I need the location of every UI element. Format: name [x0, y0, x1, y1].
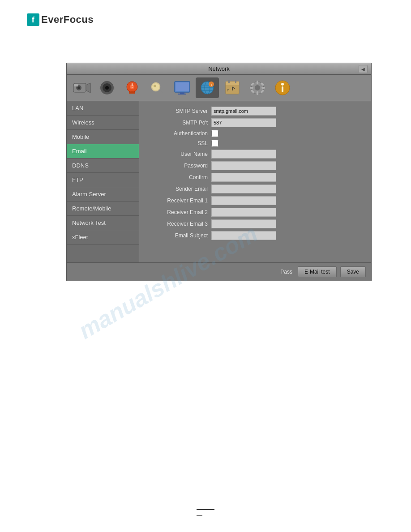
email-subject-label: Email Subject: [146, 232, 211, 239]
svg-rect-40: [257, 91, 258, 95]
svg-rect-33: [235, 80, 236, 83]
smtp-port-input[interactable]: [211, 118, 276, 127]
dialog-title: Network: [208, 65, 230, 72]
ssl-label: SSL: [146, 140, 211, 146]
svg-rect-42: [261, 87, 265, 89]
smtp-port-label: SMTP Po't: [146, 120, 211, 126]
sidebar-item-xfleet[interactable]: xFleet: [67, 230, 139, 245]
sidebar-item-remote-mobile[interactable]: Remote/Mobile: [67, 202, 139, 216]
info-toolbar-icon[interactable]: [271, 77, 294, 98]
authentication-label: Authentication: [146, 130, 211, 137]
email-subject-input[interactable]: [211, 231, 276, 240]
svg-rect-4: [74, 84, 78, 86]
sender-email-row: Sender Email: [146, 184, 364, 193]
ssl-checkbox[interactable]: [211, 140, 218, 147]
confirm-input[interactable]: [211, 173, 276, 182]
smtp-port-row: SMTP Po't: [146, 118, 364, 127]
svg-point-17: [154, 85, 156, 87]
password-row: Password: [146, 161, 364, 170]
receiver-email1-row: Receiver Email 1: [146, 196, 364, 205]
main-panel: SMTP Server SMTP Po't Authentication SSL…: [139, 101, 371, 262]
page-number-text: —: [197, 512, 202, 519]
page-number-line: [197, 509, 214, 510]
receiver-email1-label: Receiver Email 1: [146, 197, 211, 204]
dialog-title-bar: Network ◀: [67, 63, 371, 75]
display-toolbar-icon[interactable]: [171, 77, 194, 98]
password-label: Password: [146, 163, 211, 169]
svg-rect-31: [226, 82, 239, 85]
receiver-email2-row: Receiver Email 2: [146, 208, 364, 217]
receiver-email2-input[interactable]: [211, 208, 276, 217]
password-input[interactable]: [211, 161, 276, 170]
sidebar: LAN Wireless Mobile Email DDNS FTP Alarm…: [67, 101, 139, 262]
smtp-server-row: SMTP Server: [146, 107, 364, 116]
bottom-bar: Pass E-Mail test Save: [67, 262, 371, 281]
svg-point-38: [255, 85, 260, 90]
smtp-server-label: SMTP Server: [146, 108, 211, 114]
sidebar-item-lan[interactable]: LAN: [67, 101, 139, 116]
search-toolbar-icon[interactable]: [146, 77, 169, 98]
save-button[interactable]: Save: [340, 266, 366, 277]
logo-icon: f: [27, 13, 39, 26]
confirm-label: Confirm: [146, 174, 211, 180]
svg-point-3: [77, 86, 80, 89]
email-test-button[interactable]: E-Mail test: [298, 266, 337, 277]
svg-marker-1: [86, 83, 90, 93]
sender-email-input[interactable]: [211, 184, 276, 193]
username-row: User Name: [146, 150, 364, 159]
svg-rect-11: [129, 92, 135, 94]
network-dialog: Network ◀: [66, 63, 372, 281]
sidebar-item-wireless[interactable]: Wireless: [67, 116, 139, 130]
svg-rect-41: [250, 87, 253, 89]
sidebar-item-ddns[interactable]: DDNS: [67, 159, 139, 173]
sidebar-item-network-test[interactable]: Network Test: [67, 216, 139, 230]
username-label: User Name: [146, 151, 211, 157]
confirm-row: Confirm: [146, 173, 364, 182]
page-number: —: [197, 509, 214, 519]
authentication-row: Authentication: [146, 130, 364, 137]
sidebar-item-ftp[interactable]: FTP: [67, 173, 139, 187]
svg-rect-14: [132, 87, 133, 88]
receiver-email3-row: Receiver Email 3: [146, 219, 364, 228]
network-toolbar-icon[interactable]: 7: [196, 77, 219, 98]
svg-line-18: [159, 90, 164, 95]
svg-rect-20: [176, 82, 189, 91]
svg-rect-49: [282, 86, 283, 92]
schedule-toolbar-icon[interactable]: 7: [221, 77, 244, 98]
svg-point-48: [281, 83, 284, 86]
logo-text: EverFocus: [41, 14, 94, 26]
receiver-email2-label: Receiver Email 2: [146, 209, 211, 215]
username-input[interactable]: [211, 150, 276, 159]
svg-rect-39: [257, 81, 258, 84]
svg-text:7: 7: [227, 89, 229, 92]
ssl-row: SSL: [146, 140, 364, 147]
back-button[interactable]: ◀: [359, 65, 368, 73]
svg-rect-13: [132, 83, 133, 86]
settings-toolbar-icon[interactable]: [246, 77, 269, 98]
sidebar-item-alarm-server[interactable]: Alarm Server: [67, 187, 139, 202]
camera-toolbar-icon[interactable]: [70, 77, 94, 98]
pass-label: Pass: [280, 269, 292, 275]
sidebar-item-mobile[interactable]: Mobile: [67, 130, 139, 144]
svg-point-7: [105, 86, 109, 90]
smtp-server-input[interactable]: [211, 107, 276, 116]
svg-rect-32: [228, 80, 230, 83]
email-subject-row: Email Subject: [146, 231, 364, 240]
receiver-email3-label: Receiver Email 3: [146, 221, 211, 227]
svg-rect-22: [178, 94, 186, 94]
icon-toolbar: 7 7: [67, 75, 371, 101]
content-area: LAN Wireless Mobile Email DDNS FTP Alarm…: [67, 101, 371, 262]
logo: f EverFocus: [27, 13, 94, 26]
receiver-email1-input[interactable]: [211, 196, 276, 205]
receiver-email3-input[interactable]: [211, 219, 276, 228]
authentication-checkbox[interactable]: [211, 130, 218, 137]
svg-text:7: 7: [210, 83, 213, 87]
sender-email-label: Sender Email: [146, 186, 211, 192]
sidebar-item-email[interactable]: Email: [67, 144, 139, 159]
record-toolbar-icon[interactable]: [95, 77, 119, 98]
alarm-toolbar-icon[interactable]: [120, 77, 144, 98]
